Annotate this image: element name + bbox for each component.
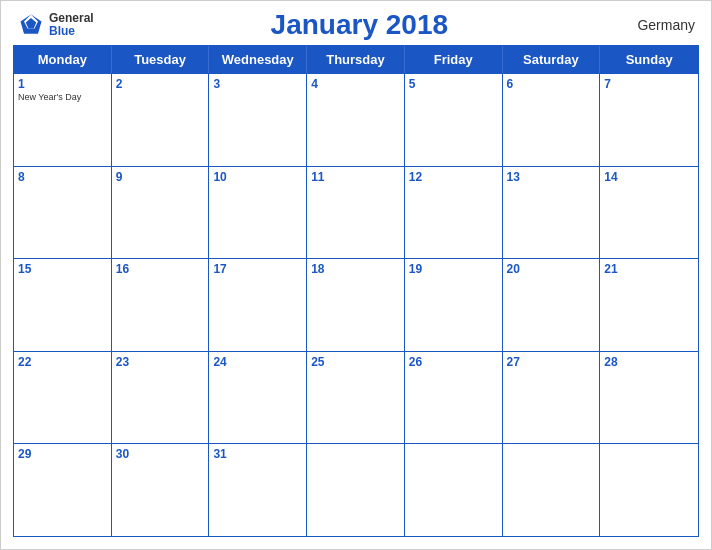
day-cell: 2	[112, 74, 210, 166]
day-cell: 13	[503, 167, 601, 259]
day-number: 2	[116, 77, 205, 91]
day-number: 3	[213, 77, 302, 91]
header-monday: Monday	[14, 46, 112, 73]
day-cell: 18	[307, 259, 405, 351]
day-cell: 26	[405, 352, 503, 444]
day-cell: 12	[405, 167, 503, 259]
day-number: 24	[213, 355, 302, 369]
day-number: 28	[604, 355, 694, 369]
day-cell: 11	[307, 167, 405, 259]
day-cell: 10	[209, 167, 307, 259]
logo-blue-text: Blue	[49, 25, 94, 38]
day-cell: 20	[503, 259, 601, 351]
day-cell	[307, 444, 405, 536]
day-number: 14	[604, 170, 694, 184]
day-cell: 27	[503, 352, 601, 444]
day-number: 16	[116, 262, 205, 276]
day-cell: 28	[600, 352, 698, 444]
day-number: 6	[507, 77, 596, 91]
day-cell: 5	[405, 74, 503, 166]
day-cell	[503, 444, 601, 536]
day-number: 23	[116, 355, 205, 369]
country-label: Germany	[625, 17, 695, 33]
holiday-label: New Year's Day	[18, 92, 107, 103]
day-number: 9	[116, 170, 205, 184]
day-number: 21	[604, 262, 694, 276]
day-number: 7	[604, 77, 694, 91]
header-sunday: Sunday	[600, 46, 698, 73]
day-number: 10	[213, 170, 302, 184]
day-cell: 9	[112, 167, 210, 259]
day-cell: 23	[112, 352, 210, 444]
day-number: 31	[213, 447, 302, 461]
week-row-4: 22232425262728	[14, 351, 698, 444]
day-cell: 4	[307, 74, 405, 166]
day-cell: 24	[209, 352, 307, 444]
week-row-3: 15161718192021	[14, 258, 698, 351]
day-number: 27	[507, 355, 596, 369]
calendar-page: General Blue January 2018 Germany Monday…	[0, 0, 712, 550]
day-number: 25	[311, 355, 400, 369]
day-cell: 19	[405, 259, 503, 351]
day-number: 1	[18, 77, 107, 91]
day-number: 17	[213, 262, 302, 276]
day-number: 15	[18, 262, 107, 276]
day-cell: 8	[14, 167, 112, 259]
header-thursday: Thursday	[307, 46, 405, 73]
day-cell: 25	[307, 352, 405, 444]
header-tuesday: Tuesday	[112, 46, 210, 73]
day-number: 4	[311, 77, 400, 91]
header-friday: Friday	[405, 46, 503, 73]
logo-icon	[17, 11, 45, 39]
week-row-2: 891011121314	[14, 166, 698, 259]
day-cell	[600, 444, 698, 536]
header: General Blue January 2018 Germany	[1, 1, 711, 45]
day-cell: 21	[600, 259, 698, 351]
day-cell: 29	[14, 444, 112, 536]
day-number: 13	[507, 170, 596, 184]
day-cell: 7	[600, 74, 698, 166]
month-title: January 2018	[94, 9, 625, 41]
day-cell: 15	[14, 259, 112, 351]
day-number: 5	[409, 77, 498, 91]
header-saturday: Saturday	[503, 46, 601, 73]
logo-text: General Blue	[49, 12, 94, 38]
day-cell: 31	[209, 444, 307, 536]
day-cell: 30	[112, 444, 210, 536]
day-number: 20	[507, 262, 596, 276]
day-number: 30	[116, 447, 205, 461]
day-headers-row: Monday Tuesday Wednesday Thursday Friday…	[14, 46, 698, 73]
header-wednesday: Wednesday	[209, 46, 307, 73]
day-cell: 22	[14, 352, 112, 444]
day-number: 11	[311, 170, 400, 184]
day-number: 8	[18, 170, 107, 184]
day-cell: 17	[209, 259, 307, 351]
day-number: 29	[18, 447, 107, 461]
day-number: 18	[311, 262, 400, 276]
weeks-container: 1New Year's Day2345678910111213141516171…	[14, 73, 698, 536]
week-row-1: 1New Year's Day234567	[14, 73, 698, 166]
day-cell: 6	[503, 74, 601, 166]
calendar-grid: Monday Tuesday Wednesday Thursday Friday…	[13, 45, 699, 537]
day-cell: 14	[600, 167, 698, 259]
day-number: 12	[409, 170, 498, 184]
week-row-5: 293031	[14, 443, 698, 536]
logo: General Blue	[17, 11, 94, 39]
day-number: 22	[18, 355, 107, 369]
day-cell: 3	[209, 74, 307, 166]
day-cell: 16	[112, 259, 210, 351]
day-number: 26	[409, 355, 498, 369]
day-cell: 1New Year's Day	[14, 74, 112, 166]
day-cell	[405, 444, 503, 536]
day-number: 19	[409, 262, 498, 276]
